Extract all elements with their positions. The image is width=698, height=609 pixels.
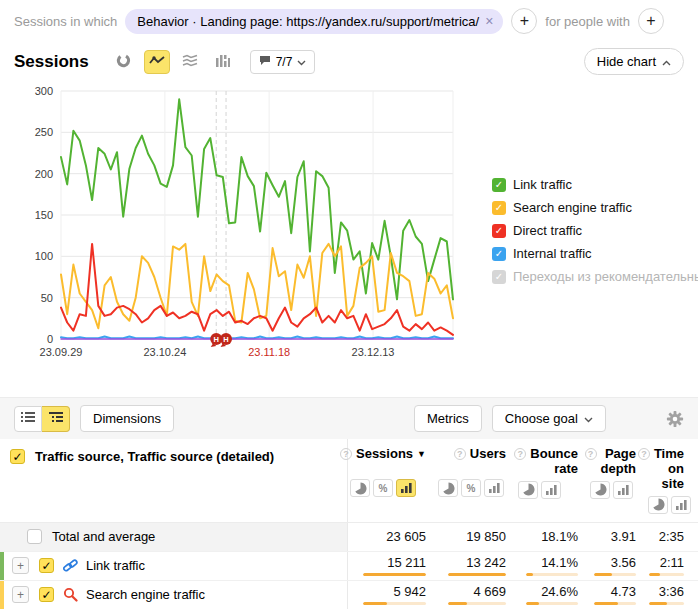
metric-value-cell: 18.1%: [516, 523, 588, 551]
metric-column-header[interactable]: ?Sessions▼: [348, 439, 436, 475]
row-label[interactable]: Link traffic: [86, 558, 145, 573]
annotations-count: 7/7: [276, 55, 293, 69]
chart-type-pie-button[interactable]: [111, 50, 137, 74]
metric-value-cell: 23 605: [348, 523, 436, 551]
metric-share-fill: [649, 573, 660, 576]
help-icon[interactable]: ?: [514, 448, 526, 460]
hide-chart-button[interactable]: Hide chart: [584, 48, 684, 75]
pie-toggle-button[interactable]: [648, 496, 668, 514]
expand-row-button[interactable]: +: [12, 557, 29, 574]
legend-checkbox[interactable]: ✓: [492, 247, 506, 261]
filter-suffix-label: for people with: [545, 14, 630, 29]
metric-column-header[interactable]: ?Users: [436, 439, 516, 475]
metric-share-bar: [526, 573, 578, 576]
legend-checkbox[interactable]: ✓: [492, 178, 506, 192]
legend-item-search-engine-traffic[interactable]: ✓Search engine traffic: [492, 200, 698, 215]
legend-item-[interactable]: ✓Переходы из рекомендательных систем: [492, 269, 698, 284]
add-session-condition-button[interactable]: +: [511, 8, 537, 34]
help-icon[interactable]: ?: [638, 448, 650, 460]
yandex-metrica-report: Sessions in which Behavior · Landing pag…: [0, 0, 698, 609]
metric-column-header[interactable]: ?Bounce rate: [516, 439, 588, 477]
legend-checkbox[interactable]: ✓: [492, 201, 506, 215]
remove-filter-icon[interactable]: ×: [485, 14, 493, 28]
help-icon[interactable]: ?: [340, 448, 352, 460]
svg-text:H: H: [214, 335, 219, 344]
select-all-checkbox[interactable]: ✓: [10, 449, 25, 464]
chevron-down-icon: [297, 55, 306, 69]
bars-toggle-button[interactable]: [484, 479, 504, 497]
bars-toggle-button[interactable]: [671, 496, 691, 514]
metric-column-users: ?Users%: [436, 439, 516, 522]
percent-toggle-button[interactable]: %: [461, 479, 481, 497]
svg-text:23.11.18: 23.11.18: [248, 346, 290, 358]
legend-checkbox[interactable]: ✓: [492, 224, 506, 238]
pie-toggle-button[interactable]: [590, 481, 610, 499]
pie-toggle-button[interactable]: [438, 479, 458, 497]
metric-value: 3.56: [611, 555, 636, 570]
help-icon[interactable]: ?: [454, 448, 466, 460]
row-checkbox[interactable]: ✓: [27, 529, 42, 544]
segmentation-bar: Sessions in which Behavior · Landing pag…: [0, 0, 698, 40]
dimensions-button[interactable]: Dimensions: [80, 405, 174, 432]
metric-display-toggles: [516, 477, 588, 507]
metric-value: 19 850: [466, 529, 506, 544]
metric-value: 4.73: [611, 584, 636, 599]
chart-header: Sessions: [0, 40, 698, 77]
annotations-dropdown[interactable]: 7/7: [250, 50, 316, 74]
expand-row-button[interactable]: +: [12, 586, 29, 603]
help-icon[interactable]: ?: [585, 448, 597, 460]
legend-checkbox[interactable]: ✓: [492, 270, 506, 284]
settings-gear-icon[interactable]: [666, 410, 684, 428]
chart-type-stacked-button[interactable]: [177, 50, 203, 74]
line-chart-icon: [149, 54, 165, 69]
metric-value: 23 605: [386, 529, 426, 544]
metrics-button[interactable]: Metrics: [414, 405, 482, 432]
metric-share-fill: [594, 573, 612, 576]
metric-value-cell: 2:35: [646, 523, 694, 551]
traffic-sources-table: ✓ Traffic source, Traffic source (detail…: [0, 439, 698, 609]
table-row-search-engine-traffic: +✓Search engine traffic5 9424 66924.6%4.…: [0, 581, 698, 609]
choose-goal-label: Choose goal: [505, 411, 578, 426]
svg-text:0: 0: [47, 333, 53, 345]
pie-toggle-button[interactable]: [518, 481, 538, 499]
row-checkbox[interactable]: ✓: [39, 587, 54, 602]
legend-item-internal-traffic[interactable]: ✓Internal traffic: [492, 246, 698, 261]
filter-prefix-label: Sessions in which: [14, 14, 117, 29]
column-chart-icon: [215, 54, 230, 70]
bars-toggle-button[interactable]: [613, 481, 633, 499]
legend-item-direct-traffic[interactable]: ✓Direct traffic: [492, 223, 698, 238]
metric-column-header[interactable]: ?Time on site: [646, 439, 694, 492]
svg-text:23.12.13: 23.12.13: [352, 346, 395, 358]
search-icon: [63, 587, 78, 602]
metric-value: 24.6%: [541, 584, 578, 599]
metric-value: 3.91: [611, 529, 636, 544]
add-people-condition-button[interactable]: +: [638, 8, 664, 34]
legend-item-link-traffic[interactable]: ✓Link traffic: [492, 177, 698, 192]
pie-toggle-button[interactable]: [350, 479, 370, 497]
metric-column-label: Bounce rate: [530, 447, 578, 477]
metric-share-bar: [363, 573, 426, 576]
bars-toggle-button[interactable]: [541, 481, 561, 499]
chart-type-line-button[interactable]: [144, 50, 170, 74]
page-title: Sessions: [14, 52, 89, 72]
table-header: ✓ Traffic source, Traffic source (detail…: [0, 439, 698, 523]
legend-label: Link traffic: [513, 177, 572, 192]
row-label[interactable]: Search engine traffic: [86, 587, 205, 602]
view-list-button[interactable]: [14, 406, 42, 432]
bars-toggle-button[interactable]: [396, 479, 416, 497]
tree-view-icon: [49, 411, 63, 426]
legend-label: Search engine traffic: [513, 200, 632, 215]
metric-value: 5 942: [393, 584, 426, 599]
metric-share-bar: [363, 602, 426, 605]
chart-type-columns-button[interactable]: [210, 50, 236, 74]
choose-goal-button[interactable]: Choose goal: [492, 405, 606, 432]
row-checkbox[interactable]: ✓: [39, 558, 54, 573]
percent-toggle-button[interactable]: %: [373, 479, 393, 497]
svg-text:100: 100: [35, 250, 53, 262]
metric-column-header[interactable]: ?Page depth: [588, 439, 646, 477]
view-tree-button[interactable]: [42, 406, 70, 432]
filter-chip[interactable]: Behavior · Landing page: https://yandex.…: [125, 9, 503, 34]
metric-value: 14.1%: [541, 555, 578, 570]
metric-share-fill: [363, 573, 426, 576]
annotation-marker[interactable]: H: [220, 333, 232, 347]
